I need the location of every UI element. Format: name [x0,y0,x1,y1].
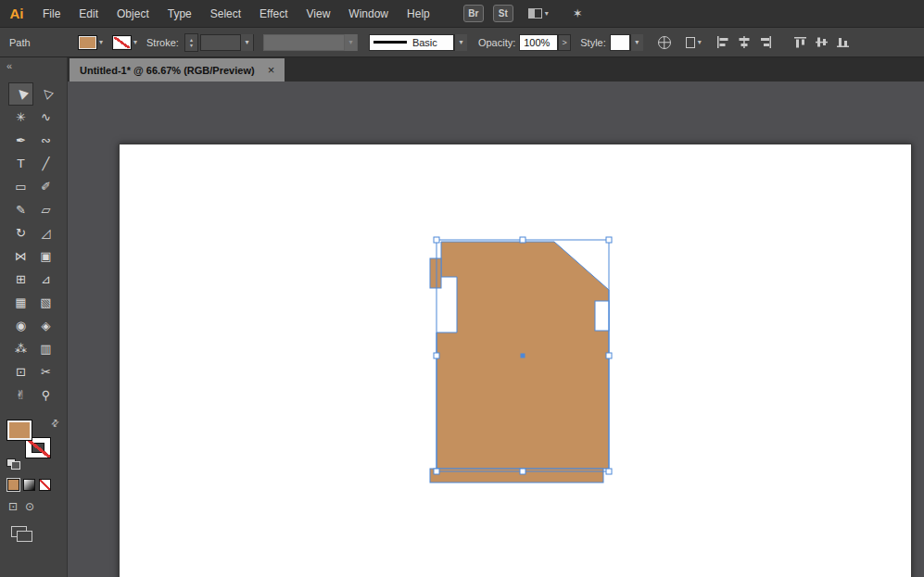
selection-tool[interactable]: ▶ [8,82,33,106]
mesh-tool-icon: ▦ [15,296,26,308]
free-transform-tool[interactable]: ▣ [33,245,58,268]
draw-normal-button[interactable]: ⊡ [8,500,18,513]
eraser-tool[interactable]: ▱ [33,198,58,221]
rotate-tool[interactable]: ↻ [8,221,33,245]
style-label: Style: [580,37,606,48]
shape-builder-tool[interactable]: ⊞ [8,268,33,291]
brush-stroke-preview [373,41,407,44]
chevron-down-icon: ▾ [133,38,137,46]
fill-stroke-indicator: ⇄ [6,418,60,464]
selection-handle [434,353,439,358]
blend-tool[interactable]: ◈ [33,314,58,337]
recolor-artwork-icon[interactable] [658,36,671,49]
selected-shape[interactable] [120,144,911,577]
magic-wand-tool[interactable]: ✳ [8,106,33,129]
curvature-tool[interactable]: ∾ [33,129,58,152]
hand-tool[interactable]: ✌ [8,383,33,407]
artboard-tool-icon: ⊡ [16,366,26,378]
chevron-down-icon[interactable]: ▾ [630,34,643,51]
feather-icon[interactable]: ✶ [573,6,583,20]
artboard-tool[interactable]: ⊡ [8,360,33,383]
type-tool[interactable]: T [8,152,33,175]
zoom-tool[interactable]: ⚲ [33,383,58,407]
eraser-tool-icon: ▱ [42,204,51,216]
menu-view[interactable]: View [297,7,340,20]
menu-help[interactable]: Help [398,7,439,20]
brush-definition-select[interactable]: Basic ▾ [369,34,467,51]
collapse-panel-icon[interactable]: « [0,57,67,71]
stepper-down-icon[interactable]: ▾ [185,43,197,48]
close-tab-icon[interactable]: × [268,63,275,77]
opacity-field[interactable]: 100% [519,34,558,51]
menu-edit[interactable]: Edit [70,7,108,20]
menu-object[interactable]: Object [108,7,158,20]
bridge-button[interactable]: Br [463,5,484,22]
align-center-icon[interactable] [738,36,751,48]
menu-type[interactable]: Type [158,7,201,20]
menubar: Ai FileEditObjectTypeSelectEffectViewWin… [0,0,924,28]
shape-right-notch [595,301,609,331]
symbol-sprayer-tool[interactable]: ⁂ [8,337,33,360]
chevron-down-icon[interactable]: ▾ [454,34,467,51]
line-segment-tool-icon: ╱ [43,157,50,169]
column-graph-tool[interactable]: ▥ [33,337,58,360]
slice-tool[interactable]: ✂ [33,360,58,383]
selection-type-label: Path [9,37,78,48]
menubar-extras: Br St ▾ ✶ [463,5,583,22]
fill-swatch[interactable] [6,420,32,441]
app-logo: Ai [0,6,33,21]
align-bottom-icon[interactable] [837,36,850,48]
menu-window[interactable]: Window [339,7,398,20]
eyedropper-tool[interactable]: ◉ [8,314,33,337]
line-segment-tool[interactable]: ╱ [33,152,58,175]
chevron-down-icon[interactable]: ▾ [240,34,253,51]
opacity-arrow-button[interactable]: > [558,34,571,51]
opacity-label: Opacity: [478,37,515,48]
align-left-icon[interactable] [716,36,729,48]
document-tab[interactable]: Untitled-1* @ 66.67% (RGB/Preview) × [70,58,285,82]
pasteboard[interactable] [68,82,924,577]
free-transform-tool-icon: ▣ [40,250,51,262]
arrange-documents-button[interactable]: ▾ [528,8,549,19]
graphic-style-swatch[interactable] [610,34,630,51]
menu-select[interactable]: Select [201,7,250,20]
lasso-tool[interactable]: ∿ [33,106,58,129]
fill-color-picker[interactable]: ▾ [78,35,103,50]
perspective-grid-tool[interactable]: ⊿ [33,268,58,291]
gradient-tool-icon: ▧ [40,296,51,308]
none-button[interactable] [39,479,51,491]
paintbrush-tool[interactable]: ✐ [33,175,58,198]
width-tool-icon: ⋈ [15,250,27,262]
align-middle-icon[interactable] [816,36,829,48]
shape-bottom-bar [430,469,603,483]
pencil-tool[interactable]: ✎ [8,198,33,221]
color-button[interactable] [7,479,19,491]
pen-tool[interactable]: ✒ [8,129,33,152]
chevron-down-icon: ▾ [344,34,357,51]
isolate-mode-button[interactable]: ▾ [686,37,702,48]
menu-effect[interactable]: Effect [250,7,297,20]
stock-button[interactable]: St [493,5,513,22]
draw-behind-button[interactable]: ⊙ [25,500,34,513]
width-tool[interactable]: ⋈ [8,245,33,268]
scale-tool[interactable]: ◿ [33,221,58,245]
menu-file[interactable]: File [33,7,70,20]
rectangle-tool[interactable]: ▭ [8,175,33,198]
align-top-icon[interactable] [794,36,807,48]
artboard[interactable] [119,144,912,577]
swap-fill-stroke-icon[interactable]: ⇄ [48,417,61,430]
stroke-weight-stepper[interactable]: ▴ ▾ [184,33,198,52]
default-fill-stroke-icon[interactable] [6,458,20,470]
stroke-color-picker[interactable]: ▾ [112,35,137,50]
mesh-tool[interactable]: ▦ [8,291,33,314]
gradient-button[interactable] [23,479,35,491]
change-screen-mode-button[interactable] [11,526,27,537]
gradient-tool[interactable]: ▧ [33,291,58,314]
align-right-icon[interactable] [759,36,772,48]
hand-tool-icon: ✌ [16,389,26,401]
selection-handle [606,469,612,474]
direct-selection-tool[interactable]: ▷ [33,82,58,106]
illustrator-window: Ai FileEditObjectTypeSelectEffectViewWin… [0,0,924,577]
stroke-weight-select[interactable]: ▾ [200,34,254,51]
brush-definition-box[interactable]: Basic [369,34,454,51]
